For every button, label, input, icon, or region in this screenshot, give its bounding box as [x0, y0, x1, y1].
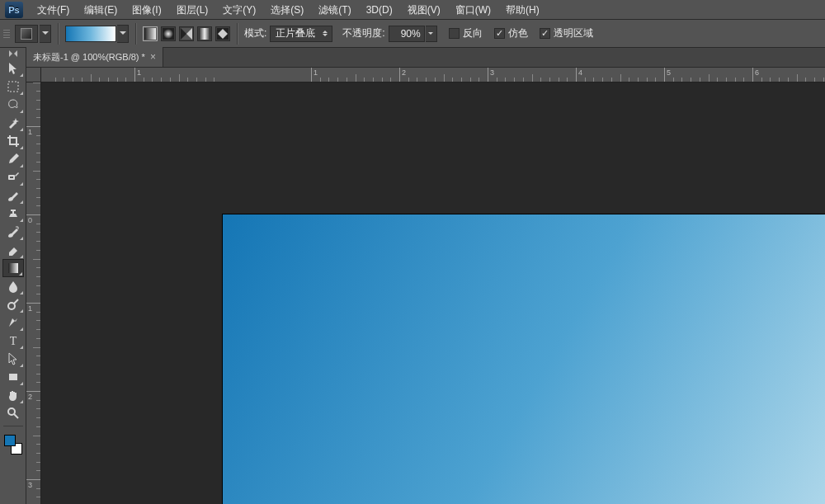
- svg-point-13: [8, 408, 15, 415]
- options-grip-icon[interactable]: [3, 23, 10, 45]
- blur-tool[interactable]: [2, 277, 24, 295]
- workspace: T 未标题-1 @ 100%(RGB/8) * × 1123456 10123: [0, 48, 825, 504]
- menu-3d[interactable]: 3D(D): [359, 0, 400, 20]
- gradient-diamond-button[interactable]: [215, 26, 230, 41]
- opacity-label: 不透明度:: [342, 26, 384, 40]
- horizontal-ruler[interactable]: 1123456: [41, 68, 825, 82]
- reverse-checkbox-wrap[interactable]: 反向: [449, 26, 483, 40]
- document-tab-bar: 未标题-1 @ 100%(RGB/8) * ×: [26, 48, 825, 68]
- menu-select[interactable]: 选择(S): [263, 0, 311, 20]
- clone-stamp-tool[interactable]: [2, 205, 24, 223]
- hand-tool[interactable]: [2, 386, 24, 404]
- reverse-checkbox[interactable]: [449, 28, 460, 39]
- gradient-reflected-button[interactable]: [197, 26, 212, 41]
- tool-separator: [3, 426, 23, 426]
- canvas[interactable]: [223, 214, 825, 504]
- tool-panel: T: [0, 48, 26, 504]
- rectangle-tool[interactable]: [2, 368, 24, 386]
- vertical-ruler[interactable]: 10123: [26, 82, 41, 504]
- transparency-label: 透明区域: [554, 26, 593, 40]
- magic-wand-tool[interactable]: [2, 114, 24, 132]
- lasso-tool[interactable]: [2, 96, 24, 114]
- reverse-label: 反向: [463, 26, 483, 40]
- mode-label: 模式:: [244, 26, 266, 40]
- svg-point-2: [163, 29, 173, 39]
- spot-heal-tool[interactable]: [2, 168, 24, 186]
- svg-rect-12: [9, 374, 17, 380]
- menu-bar: Ps 文件(F) 编辑(E) 图像(I) 图层(L) 文字(Y) 选择(S) 滤…: [0, 0, 825, 20]
- pen-tool[interactable]: [2, 313, 24, 332]
- svg-text:T: T: [9, 335, 16, 347]
- foreground-color-swatch[interactable]: [4, 435, 16, 446]
- dither-checkbox-wrap[interactable]: 仿色: [494, 26, 528, 40]
- svg-rect-6: [8, 82, 18, 92]
- combo-arrows-icon: [320, 28, 330, 39]
- move-tool[interactable]: [2, 59, 24, 78]
- ruler-origin[interactable]: [26, 68, 41, 82]
- gradient-swatch[interactable]: [65, 26, 116, 42]
- eyedropper-tool[interactable]: [2, 150, 24, 168]
- blend-mode-value: 正片叠底: [276, 26, 315, 40]
- close-icon[interactable]: ×: [150, 51, 156, 63]
- history-brush-tool[interactable]: [2, 223, 24, 241]
- crop-tool[interactable]: [2, 132, 24, 150]
- document-tab-label: 未标题-1 @ 100%(RGB/8) *: [33, 51, 145, 64]
- document-area: 未标题-1 @ 100%(RGB/8) * × 1123456 10123: [26, 48, 825, 504]
- menu-file[interactable]: 文件(F): [30, 0, 77, 20]
- path-select-tool[interactable]: [2, 350, 24, 368]
- separator: [237, 23, 238, 45]
- app-logo: Ps: [5, 2, 23, 18]
- opacity-flyout-icon[interactable]: [426, 26, 437, 42]
- menu-edit[interactable]: 编辑(E): [77, 0, 125, 20]
- tool-preset-dropdown-icon[interactable]: [40, 25, 51, 43]
- menu-help[interactable]: 帮助(H): [498, 0, 547, 20]
- menu-window[interactable]: 窗口(W): [448, 0, 498, 20]
- marquee-tool[interactable]: [2, 78, 24, 96]
- color-swatches[interactable]: [2, 433, 24, 456]
- separator: [58, 23, 59, 45]
- menu-image[interactable]: 图像(I): [125, 0, 168, 20]
- opacity-value: 90%: [401, 28, 421, 40]
- type-tool[interactable]: T: [2, 332, 24, 350]
- brush-tool[interactable]: [2, 186, 24, 205]
- gradient-angle-button[interactable]: [179, 26, 194, 41]
- svg-point-10: [8, 303, 15, 309]
- gradient-linear-button[interactable]: [143, 26, 158, 41]
- separator: [135, 23, 136, 45]
- svg-rect-8: [10, 177, 13, 178]
- menu-layer[interactable]: 图层(L): [169, 0, 216, 20]
- svg-rect-4: [199, 28, 210, 40]
- zoom-tool[interactable]: [2, 404, 24, 422]
- canvas-viewport[interactable]: [41, 82, 825, 504]
- options-bar: 模式: 正片叠底 不透明度: 90% 反向 仿色 透明区域: [0, 20, 825, 48]
- document-tab[interactable]: 未标题-1 @ 100%(RGB/8) * ×: [26, 47, 163, 67]
- gradient-radial-button[interactable]: [161, 26, 176, 41]
- svg-rect-0: [144, 28, 156, 40]
- tool-preset-picker[interactable]: [15, 25, 38, 43]
- panel-collapse-icon[interactable]: [1, 49, 26, 58]
- transparency-checkbox[interactable]: [540, 28, 550, 39]
- blend-mode-select[interactable]: 正片叠底: [270, 26, 332, 42]
- dodge-tool[interactable]: [2, 295, 24, 313]
- transparency-checkbox-wrap[interactable]: 透明区域: [540, 26, 593, 40]
- menu-view[interactable]: 视图(V): [400, 0, 448, 20]
- opacity-input[interactable]: 90%: [389, 26, 425, 42]
- svg-rect-9: [8, 263, 18, 273]
- dither-checkbox[interactable]: [494, 28, 505, 39]
- eraser-tool[interactable]: [2, 241, 24, 259]
- dither-label: 仿色: [508, 26, 528, 40]
- gradient-type-group: [143, 26, 230, 41]
- gradient-picker-dropdown-icon[interactable]: [117, 25, 129, 43]
- menu-filter[interactable]: 滤镜(T): [311, 0, 358, 20]
- menu-type[interactable]: 文字(Y): [215, 0, 263, 20]
- gradient-tool[interactable]: [2, 259, 24, 277]
